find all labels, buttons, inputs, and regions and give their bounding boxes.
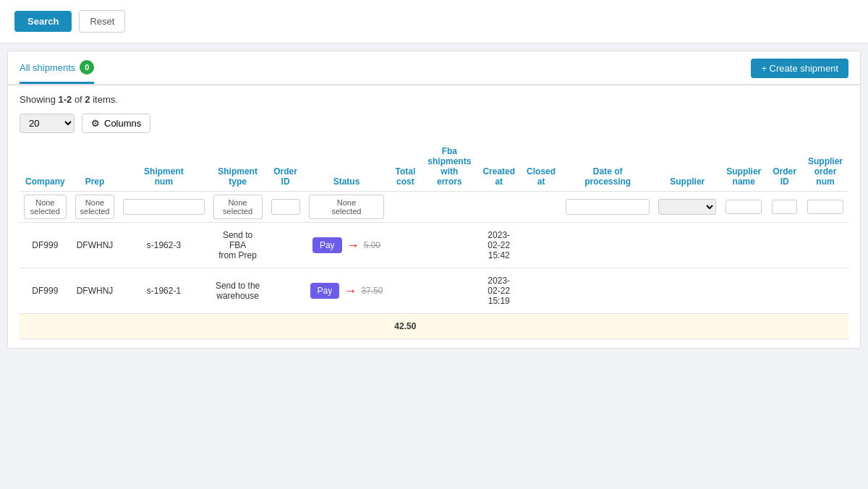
col-supplier-name: Suppliername (720, 142, 767, 192)
col-total-cost: Totalcost (388, 142, 422, 192)
cell-order-id2-1 (767, 223, 802, 268)
cell-order-id-1 (267, 223, 305, 268)
col-date-processing: Date ofprocessing (561, 142, 654, 192)
cell-total-cost-1 (388, 223, 422, 268)
showing-text: Showing 1-2 of 2 items. (20, 94, 848, 105)
filter-status: Noneselected (305, 192, 389, 223)
filter-company: Noneselected (20, 192, 71, 223)
col-order-id2: OrderID (767, 142, 802, 192)
filter-date-processing (561, 192, 654, 223)
filter-prep: Noneselected (71, 192, 119, 223)
filter-date-processing-input[interactable] (566, 199, 650, 215)
cell-company-1: DF999 (20, 223, 71, 268)
search-button[interactable]: Search (14, 11, 72, 32)
col-status: Status (305, 142, 389, 192)
cell-closed-at-2 (521, 268, 561, 314)
cell-supplier-name-1 (720, 223, 767, 268)
cell-created-at-1: 2023-02-2215:42 (477, 223, 521, 268)
filter-supplier-select[interactable] (658, 199, 716, 215)
pay-button-2[interactable]: Pay (310, 283, 340, 299)
cell-supplier-name-2 (720, 268, 767, 314)
content-area: Showing 1-2 of 2 items. 20 50 100 ⚙ Colu… (8, 85, 860, 348)
create-shipment-button[interactable]: + Create shipment (751, 59, 848, 78)
reset-button[interactable]: Reset (79, 10, 125, 33)
pay-button-1[interactable]: Pay (312, 237, 342, 253)
filter-order-id-input[interactable] (271, 199, 300, 215)
col-shipment-type: Shipmenttype (209, 142, 267, 192)
total-empty-cell (422, 314, 848, 339)
tab-all-shipments-badge: 0 (80, 60, 94, 75)
showing-range: 1-2 (58, 94, 72, 105)
cell-fba-errors-2 (422, 268, 477, 314)
total-cost-cell: 42.50 (388, 314, 422, 339)
columns-label: Columns (104, 118, 141, 129)
filter-order-id2-input[interactable] (772, 200, 797, 214)
cell-shipment-num-2: s-1962-1 (119, 268, 208, 314)
top-bar: Search Reset (0, 0, 868, 43)
col-prep: Prep (71, 142, 119, 192)
filter-row: Noneselected Noneselected Noneselected (20, 192, 848, 223)
cell-total-cost-2 (388, 268, 422, 314)
cell-status-1: Pay → 5.00 (305, 223, 389, 268)
main-container: All shipments 0 + Create shipment Showin… (7, 51, 861, 349)
cell-shipment-type-1: Send to FBAfrom Prep (209, 223, 267, 268)
table-header-row: Company Prep Shipmentnum Shipmenttype Or… (20, 142, 848, 192)
col-supplier: Supplier (654, 142, 720, 192)
total-row: 42.50 (20, 314, 848, 339)
cell-order-id-2 (267, 268, 305, 314)
per-page-select[interactable]: 20 50 100 (20, 114, 75, 133)
filter-supplier-name (720, 192, 767, 223)
cell-shipment-type-2: Send to thewarehouse (209, 268, 267, 314)
tab-all-shipments-label: All shipments (20, 62, 75, 73)
col-created-at: Createdat (477, 142, 521, 192)
cell-status-2: Pay → 37.50 (305, 268, 389, 314)
cell-supplier-order-num-1 (802, 223, 848, 268)
table-row: DF999 DFWHNJ s-1962-1 Send to thewarehou… (20, 268, 848, 314)
total-label-cell (20, 314, 388, 339)
gear-icon: ⚙ (91, 118, 100, 129)
filter-total-cost (388, 192, 422, 223)
cell-created-at-2: 2023-02-2215:19 (477, 268, 521, 314)
col-order-id: OrderID (267, 142, 305, 192)
filter-supplier-name-input[interactable] (726, 200, 762, 214)
col-company: Company (20, 142, 71, 192)
arrow-icon-2: → (344, 284, 357, 299)
table-wrapper: Company Prep Shipmentnum Shipmenttype Or… (20, 142, 848, 339)
cell-supplier-2 (654, 268, 720, 314)
filter-shipment-num-input[interactable] (123, 199, 204, 215)
strikethrough-cost-2: 37.50 (361, 286, 383, 296)
cell-date-processing-1 (561, 223, 654, 268)
columns-button[interactable]: ⚙ Columns (82, 114, 150, 133)
col-fba-errors: Fbashipmentswitherrors (422, 142, 477, 192)
filter-supplier-order-num-input[interactable] (807, 200, 843, 214)
tab-all-shipments[interactable]: All shipments 0 (20, 60, 94, 84)
toolbar: 20 50 100 ⚙ Columns (20, 114, 848, 133)
cell-fba-errors-1 (422, 223, 477, 268)
cell-date-processing-2 (561, 268, 654, 314)
filter-supplier-order-num (802, 192, 848, 223)
filter-supplier (654, 192, 720, 223)
cell-company-2: DF999 (20, 268, 71, 314)
filter-closed-at (521, 192, 561, 223)
arrow-icon-1: → (346, 238, 359, 253)
showing-total: 2 (85, 94, 90, 105)
cell-supplier-1 (654, 223, 720, 268)
filter-order-id2 (767, 192, 802, 223)
filter-created-at (477, 192, 521, 223)
filter-shipment-num (119, 192, 208, 223)
shipments-table: Company Prep Shipmentnum Shipmenttype Or… (20, 142, 848, 339)
cell-order-id2-2 (767, 268, 802, 314)
cell-prep-2: DFWHNJ (71, 268, 119, 314)
col-shipment-num: Shipmentnum (119, 142, 208, 192)
col-closed-at: Closedat (521, 142, 561, 192)
table-row: DF999 DFWHNJ s-1962-3 Send to FBAfrom Pr… (20, 223, 848, 268)
cell-closed-at-1 (521, 223, 561, 268)
tabs-bar: All shipments 0 + Create shipment (8, 51, 860, 85)
cell-prep-1: DFWHNJ (71, 223, 119, 268)
col-supplier-order-num: Supplierordernum (802, 142, 848, 192)
filter-shipment-type: Noneselected (209, 192, 267, 223)
strikethrough-cost-1: 5.00 (364, 240, 380, 250)
filter-fba-errors (422, 192, 477, 223)
cell-supplier-order-num-2 (802, 268, 848, 314)
filter-order-id (267, 192, 305, 223)
